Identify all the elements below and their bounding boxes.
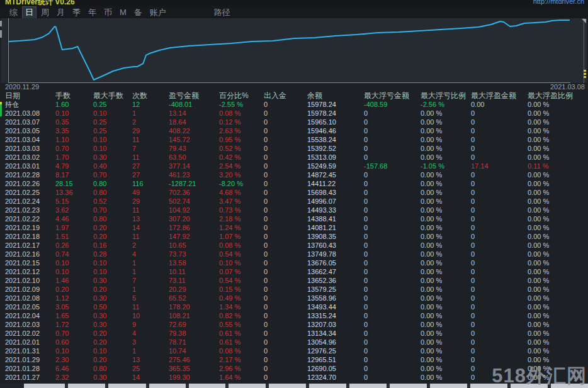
menu-item-周[interactable]: 周 (38, 6, 52, 19)
max-float-loss-pct-cell: 0.00 % (421, 179, 442, 188)
max-float-profit-cell: 0 (471, 214, 475, 223)
table-row[interactable]: 2021.02.041.650.3010108.210.82 %013315.2… (0, 311, 588, 320)
scrollbar-tick (65, 384, 68, 388)
table-row[interactable]: 2021.02.150.100.10113.580.10 %013676.050… (0, 258, 588, 267)
table-row[interactable]: 2021.02.181.510.2011147.921.07 %013908.3… (0, 232, 588, 241)
menu-item-月[interactable]: 月 (54, 6, 68, 19)
max-float-loss-pct-cell: 0.00 % (421, 126, 442, 135)
table-row[interactable]: 持仓1.600.2512-408.01-2.55 %015978.24-408.… (0, 100, 588, 109)
trade-count-cell: 1 (132, 258, 136, 267)
table-row[interactable]: 2021.02.245.150.5229502.743.47 %014996.0… (0, 197, 588, 206)
max-float-profit-cell: 0 (471, 329, 475, 338)
max-float-loss-pct-cell: 0.00 % (421, 135, 442, 144)
lots-cell: 1.10 (55, 135, 69, 144)
site-link[interactable]: http://mtdriver.cn (533, 0, 584, 5)
column-header[interactable]: 最大手数 (93, 91, 123, 101)
table-row[interactable]: 2021.02.120.100.10110.110.07 %013662.470… (0, 267, 588, 276)
max-float-profit-pct-cell: 0.00 % (528, 206, 549, 214)
table-row[interactable]: 2021.02.160.740.28473.730.54 %013749.780… (0, 250, 588, 258)
table-row[interactable]: 2021.03.070.350.25218.640.12 %015965.100… (0, 118, 588, 126)
balance-cell: 12965.51 (307, 355, 336, 364)
table-row[interactable]: 2021.02.081.120.30565.520.49 %013558.960… (0, 294, 588, 302)
table-row[interactable]: 2021.02.2628.150.80116-1287.21-8.20 %014… (0, 179, 588, 188)
max-float-loss-pct-cell: 0.00 % (421, 276, 442, 285)
table-row[interactable]: 2021.03.053.350.2529408.222.63 %015946.4… (0, 126, 588, 135)
table-row[interactable]: 2021.02.224.460.8013307.202.18 %014388.4… (0, 214, 588, 223)
trade-count-cell: 11 (132, 153, 139, 162)
max-float-profit-cell: 0 (471, 373, 475, 382)
menu-item-综[interactable]: 综 (6, 6, 21, 19)
column-header[interactable]: 盈亏金额 (169, 91, 199, 101)
chart-end-date: 2021.03.08 (550, 83, 585, 91)
menu-item-路径[interactable]: 路径 (211, 6, 234, 19)
trade-count-cell: 1 (132, 285, 136, 294)
max-float-loss-cell: 0 (364, 294, 368, 302)
table-row[interactable]: 2021.02.2513.360.8049702.364.68 %015698.… (0, 188, 588, 197)
table-row[interactable]: 2021.03.014.790.4027377.142.54 %015249.5… (0, 162, 588, 170)
column-header[interactable]: 最大浮亏金额 (364, 91, 409, 101)
max-float-profit-pct-cell: 0.00 % (528, 144, 549, 153)
table-row[interactable]: 2021.02.191.970.2014172.861.24 %014081.2… (0, 223, 588, 232)
table-row[interactable]: 2021.02.170.260.16210.650.08 %013760.430… (0, 241, 588, 250)
menu-item-账户[interactable]: 账户 (147, 6, 169, 19)
max-float-profit-cell: 0 (471, 346, 475, 355)
pnl-cell: 408.22 (169, 126, 190, 135)
column-header[interactable]: 次数 (132, 91, 147, 101)
max-lots-cell: 0.30 (93, 276, 106, 285)
balance-cell: 13493.44 (307, 302, 336, 311)
table-row[interactable]: 2021.02.101.460.30773.110.54 %013652.360… (0, 276, 588, 285)
max-lots-cell: 0.20 (93, 285, 106, 294)
table-row[interactable]: 2021.03.041.100.1011145.720.95 %015538.2… (0, 135, 588, 144)
column-header[interactable]: 最大浮亏比例 (421, 91, 466, 101)
lots-cell: 3.35 (55, 126, 69, 135)
column-header[interactable]: 最大浮盈金额 (471, 91, 516, 101)
max-float-loss-cell: -408.59 (364, 100, 387, 109)
table-row[interactable]: 2021.03.030.700.10779.430.52 %015392.520… (0, 144, 588, 153)
column-header[interactable]: 百分比% (219, 91, 249, 101)
max-float-profit-pct-cell: 0.00 % (528, 100, 549, 109)
lots-cell: 0.70 (55, 329, 69, 338)
column-header[interactable]: 出入金 (264, 91, 286, 101)
lots-cell: 1.65 (55, 311, 69, 320)
max-float-loss-cell: 0 (364, 109, 368, 118)
max-float-loss-cell: 0 (364, 302, 368, 311)
menu-item-季[interactable]: 季 (69, 6, 84, 19)
table-row[interactable]: 2021.02.090.200.20120.290.15 %013579.250… (0, 285, 588, 294)
menu-item-备[interactable]: 备 (131, 6, 145, 19)
max-float-profit-pct-cell: 0.00 % (528, 346, 549, 355)
pct-cell: 0.61 % (219, 338, 240, 346)
column-header[interactable]: 最大浮盈比例 (528, 91, 573, 101)
column-header[interactable]: 日期 (5, 91, 20, 101)
table-row[interactable]: 2021.03.080.100.10113.140.08 %015978.240… (0, 109, 588, 118)
column-header[interactable]: 手数 (55, 91, 71, 101)
pct-cell: 0.54 % (219, 276, 240, 285)
trade-count-cell: 13 (132, 214, 140, 223)
menu-item-M[interactable]: M (116, 7, 130, 18)
menu-item-日[interactable]: 日 (22, 6, 37, 19)
scroll-arrow-icon[interactable] (582, 19, 586, 23)
table-row[interactable]: 2021.02.233.620.7011104.920.73 %014493.3… (0, 206, 588, 214)
max-float-loss-cell: 0 (364, 258, 368, 267)
deposit-cell: 0 (264, 258, 268, 267)
table-row[interactable]: 2021.02.020.700.20479.380.61 %013134.340… (0, 329, 588, 338)
trade-count-cell: 27 (132, 162, 140, 170)
table-row[interactable]: 2021.03.021.700.301163.500.42 %015313.09… (0, 153, 588, 162)
table-row[interactable]: 2021.02.010.600.20378.710.61 %013054.960… (0, 338, 588, 346)
table-row[interactable]: 2021.02.288.170.7027461.233.20 %014872.4… (0, 170, 588, 179)
menu-item-币[interactable]: 币 (101, 6, 115, 19)
table-row[interactable]: 2021.02.031.720.30972.690.55 %013207.030… (0, 320, 588, 329)
table-row[interactable]: 2021.02.053.050.5011178.201.34 %013493.4… (0, 302, 588, 311)
deposit-cell: 0 (264, 197, 268, 206)
trade-count-cell: 3 (132, 338, 136, 346)
pnl-cell: 275.46 (169, 355, 190, 364)
max-float-profit-pct-cell: 0.00 % (528, 311, 549, 320)
pct-cell: 2.96 % (219, 364, 240, 373)
menu-item-年[interactable]: 年 (85, 6, 99, 19)
pct-cell: 0.08 % (219, 346, 240, 355)
deposit-cell: 0 (264, 153, 268, 162)
trade-count-cell: 29 (132, 197, 140, 206)
trade-count-cell: 12 (132, 100, 140, 109)
table-row[interactable]: 2021.01.310.100.10110.740.08 %012976.250… (0, 346, 588, 355)
trade-count-cell: 14 (132, 373, 140, 382)
column-header[interactable]: 余额 (307, 91, 322, 101)
